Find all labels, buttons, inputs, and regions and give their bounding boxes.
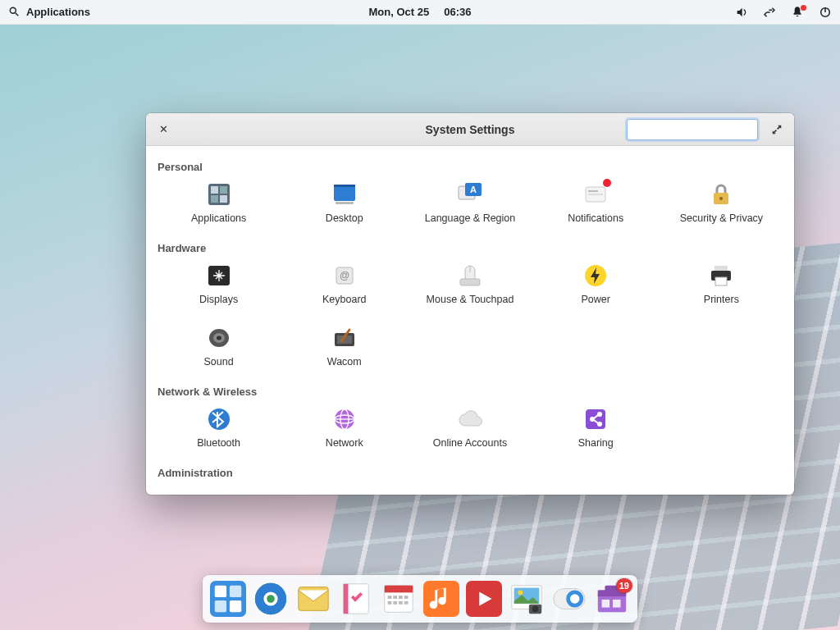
svg-rect-57 xyxy=(344,584,349,614)
dock-mail[interactable] xyxy=(294,580,332,618)
desktop-icon xyxy=(331,181,358,208)
item-label: Sharing xyxy=(578,437,614,449)
svg-point-21 xyxy=(719,197,723,200)
dock-web-browser[interactable] xyxy=(252,580,290,618)
settings-sound[interactable]: Sound xyxy=(156,323,281,369)
svg-point-74 xyxy=(532,606,539,613)
language-icon: A xyxy=(457,181,483,208)
settings-search-input[interactable] xyxy=(636,124,759,135)
dock-badge: 19 xyxy=(616,578,632,593)
lock-icon xyxy=(708,181,734,208)
system-settings-window: ✕ System Settings Personal Applications xyxy=(146,113,794,495)
keyboard-icon: @ xyxy=(331,262,358,289)
notifications-badge-dot xyxy=(801,5,806,11)
network-indicator[interactable] xyxy=(763,6,776,19)
section-hardware-label: Hardware xyxy=(158,242,784,254)
dock-system-settings[interactable] xyxy=(550,580,588,618)
section-personal: Applications Desktop A Language & Region xyxy=(156,180,784,226)
section-network-label: Network & Wireless xyxy=(158,386,784,398)
svg-point-72 xyxy=(518,590,523,595)
displays-icon xyxy=(206,262,232,289)
svg-line-1 xyxy=(16,13,19,16)
dock-calendar[interactable] xyxy=(380,580,418,618)
settings-online-accounts[interactable]: Online Accounts xyxy=(407,404,532,450)
settings-security-privacy[interactable]: Security & Privacy xyxy=(659,180,784,226)
settings-notifications[interactable]: Notifications xyxy=(533,180,659,226)
session-indicator[interactable] xyxy=(819,6,832,19)
bluetooth-icon xyxy=(206,406,232,432)
panel-time[interactable]: 06:36 xyxy=(444,6,471,18)
svg-rect-8 xyxy=(220,186,227,194)
sharing-icon xyxy=(582,406,609,432)
mouse-icon xyxy=(457,262,483,289)
item-label: Printers xyxy=(704,294,739,305)
svg-point-77 xyxy=(570,594,579,603)
item-label: Keyboard xyxy=(322,294,367,305)
notifications-red-dot xyxy=(603,179,611,187)
top-panel: Applications Mon, Oct 25 06:36 xyxy=(0,0,840,25)
svg-rect-67 xyxy=(404,601,409,605)
section-hardware: Displays @ Keyboard Mouse & Touchpad Pow… xyxy=(156,261,784,369)
svg-rect-59 xyxy=(385,586,413,593)
settings-search[interactable] xyxy=(627,119,758,140)
svg-rect-42 xyxy=(586,409,605,429)
power-icon xyxy=(582,262,609,289)
svg-rect-18 xyxy=(588,190,598,192)
volume-indicator[interactable] xyxy=(735,6,748,19)
settings-power[interactable]: Power xyxy=(533,261,659,307)
svg-rect-62 xyxy=(399,596,403,599)
settings-applications[interactable]: Applications xyxy=(156,180,281,226)
settings-mouse-touchpad[interactable]: Mouse & Touchpad xyxy=(407,261,532,307)
panel-date[interactable]: Mon, Oct 25 xyxy=(369,6,430,18)
svg-rect-13 xyxy=(336,202,354,204)
dock-app-center[interactable]: 19 xyxy=(593,580,631,618)
svg-rect-82 xyxy=(613,600,621,608)
svg-rect-65 xyxy=(393,601,397,605)
settings-network[interactable]: Network xyxy=(281,404,407,450)
dock-videos[interactable] xyxy=(465,580,503,618)
item-label: Network xyxy=(326,437,363,449)
item-label: Applications xyxy=(191,212,246,224)
wacom-icon xyxy=(331,325,358,351)
svg-rect-10 xyxy=(220,195,227,203)
window-titlebar: ✕ System Settings xyxy=(146,113,794,146)
svg-rect-48 xyxy=(230,586,241,597)
svg-rect-12 xyxy=(334,185,355,187)
dock-tasks[interactable] xyxy=(337,580,375,618)
settings-wacom[interactable]: Wacom xyxy=(281,323,407,369)
svg-rect-9 xyxy=(211,195,218,203)
svg-rect-50 xyxy=(230,600,241,612)
window-close-button[interactable]: ✕ xyxy=(154,121,172,139)
applications-search-icon[interactable] xyxy=(8,4,26,20)
section-personal-label: Personal xyxy=(158,161,784,173)
dock-multitasking[interactable] xyxy=(209,580,247,618)
dock: 19 xyxy=(203,575,637,623)
item-label: Security & Privacy xyxy=(680,212,763,224)
sound-icon xyxy=(206,325,232,351)
svg-rect-81 xyxy=(602,600,610,608)
item-label: Mouse & Touchpad xyxy=(427,294,514,305)
cloud-icon xyxy=(457,406,483,432)
settings-desktop[interactable]: Desktop xyxy=(281,180,407,226)
settings-keyboard[interactable]: @ Keyboard xyxy=(281,261,407,307)
item-label: Language & Region xyxy=(425,212,516,224)
svg-rect-64 xyxy=(388,601,392,605)
settings-language-region[interactable]: A Language & Region xyxy=(407,180,532,226)
svg-rect-60 xyxy=(388,596,392,599)
dock-photos[interactable] xyxy=(508,580,546,618)
settings-displays[interactable]: Displays xyxy=(156,261,281,307)
settings-printers[interactable]: Printers xyxy=(659,261,784,307)
applications-icon xyxy=(206,181,232,208)
applications-menu[interactable]: Applications xyxy=(26,6,90,18)
item-label: Online Accounts xyxy=(433,437,507,449)
notifications-indicator[interactable] xyxy=(791,6,804,19)
dock-music[interactable] xyxy=(422,580,460,618)
svg-point-0 xyxy=(10,7,16,13)
settings-sharing[interactable]: Sharing xyxy=(533,404,659,450)
svg-rect-66 xyxy=(399,601,403,605)
window-maximize-button[interactable] xyxy=(768,121,786,139)
item-label: Displays xyxy=(199,294,238,305)
settings-bluetooth[interactable]: Bluetooth xyxy=(156,404,281,450)
item-label: Desktop xyxy=(326,212,363,224)
window-title: System Settings xyxy=(426,123,515,136)
